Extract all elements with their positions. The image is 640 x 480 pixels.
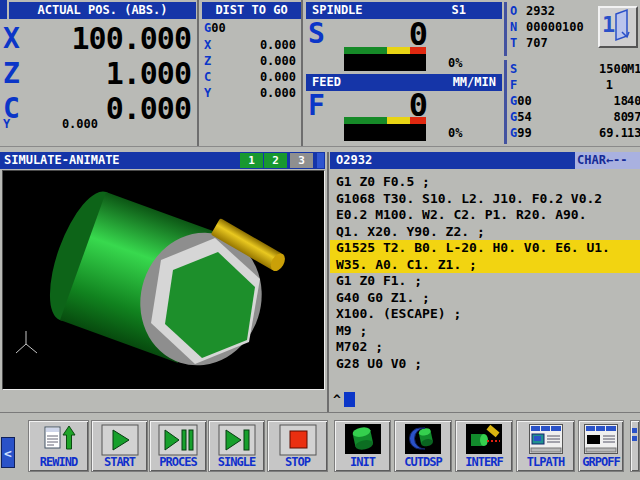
modal-value-2: 13.	[627, 125, 640, 141]
button-label: START	[92, 455, 147, 469]
axis-label: Z	[204, 53, 211, 69]
program-line: M9 ;	[330, 323, 640, 340]
tlpath-button[interactable]: TLPATH	[516, 420, 575, 472]
axis-value: 1.000	[106, 56, 191, 91]
axis-label: Y	[3, 117, 10, 131]
svg-text:1: 1	[602, 12, 615, 37]
address-value: 707	[526, 35, 548, 51]
address-value: 2932	[526, 3, 555, 19]
modal-value: 18	[540, 93, 628, 109]
sim-window-title: SIMULATE-ANIMATE	[0, 153, 120, 167]
back-chevron: <	[4, 446, 12, 461]
program-window-titlebar: O2932	[330, 152, 575, 169]
modal-s-row: S 1500 M1	[510, 61, 640, 77]
interf-button[interactable]: INTERF	[455, 420, 513, 472]
feed-percent: 0%	[448, 126, 462, 140]
program-line: M702 ;	[330, 339, 640, 356]
program-line: G1 Z0 F0.5 ;	[330, 174, 640, 191]
dist-to-go-header: DIST TO GO	[202, 2, 301, 19]
divider	[197, 0, 199, 146]
gcode-number: 99	[517, 126, 531, 140]
modal-f-row: F 1	[510, 77, 640, 93]
tool-path-layout-icon	[529, 424, 563, 454]
program-line: E0.2 M100. W2. C2. P1. R20. A90.	[330, 207, 640, 224]
softkey-back-button[interactable]: <	[1, 437, 15, 468]
modal-value: 1500	[540, 61, 628, 77]
feed-title: FEED	[306, 75, 341, 89]
program-line: G1068 T30. S10. L2. J10. F0.2 V0.2	[330, 191, 640, 208]
edit-cursor[interactable]	[344, 392, 355, 407]
program-line: G28 U0 V0 ;	[330, 356, 640, 373]
rewind-icon	[40, 424, 78, 454]
button-label: TLPATH	[517, 455, 574, 469]
gcode-number: 00	[211, 21, 225, 35]
dist-row: Z 0.000	[204, 53, 298, 69]
modal-g-row: G54 80 97	[510, 109, 640, 125]
button-label: CUTDSP	[395, 455, 451, 469]
feed-load-scale	[344, 117, 426, 124]
modal-aux: M1	[627, 61, 640, 77]
position-row-x: X 100.000	[0, 21, 196, 56]
sim-view-tab-2[interactable]: 2	[264, 153, 287, 168]
screen-select-button[interactable]: 1	[598, 6, 638, 48]
axis-label: C	[204, 69, 211, 85]
dist-row: X 0.000	[204, 37, 298, 53]
program-line-highlighted: W35. A0. C1. Z1. ;	[330, 257, 640, 274]
program-listing[interactable]: G1 Z0 F0.5 ; G1068 T30. S10. L2. J10. F0…	[330, 174, 640, 372]
edit-prompt: ^	[333, 392, 341, 407]
position-row-z: Z 1.000	[0, 56, 196, 91]
axis-label: Y	[204, 85, 211, 101]
grpoff-button[interactable]: GRPOFF	[578, 420, 624, 472]
address-letter: S	[510, 62, 517, 76]
screen-one-icon: 1	[600, 8, 632, 42]
spindle-load-bar	[344, 54, 426, 71]
axis-value: 0.000	[260, 85, 296, 101]
single-button[interactable]: SINGLE	[208, 420, 265, 472]
modal-g-row: G00 18 40	[510, 93, 640, 109]
divider	[0, 146, 640, 147]
position-row-y: Y 0.000	[3, 117, 193, 132]
spindle-letter: S	[308, 17, 325, 50]
button-label: GRPOFF	[579, 455, 623, 469]
divider	[301, 0, 303, 146]
button-label: INIT	[335, 455, 390, 469]
simulation-viewport[interactable]	[2, 170, 325, 390]
program-window-title: O2932	[330, 153, 372, 167]
dist-gcode: G00	[204, 21, 226, 35]
rewind-button[interactable]: REWIND	[28, 420, 89, 472]
button-label: PROCES	[150, 455, 206, 469]
program-line: G40 G0 Z1. ;	[330, 290, 640, 307]
partial-next-button[interactable]	[630, 420, 640, 472]
axis-value: 100.000	[72, 21, 191, 56]
cutdsp-button[interactable]: CUTDSP	[394, 420, 452, 472]
init-button[interactable]: INIT	[334, 420, 391, 472]
program-line: G1 Z0 F1. ;	[330, 273, 640, 290]
tab-label: 1	[248, 154, 255, 167]
address-letter: N	[510, 20, 517, 34]
actual-pos-header: ACTUAL POS. (ABS.)	[9, 2, 196, 19]
address-letter: T	[510, 36, 517, 50]
axis-value: 0.000	[260, 69, 296, 85]
spindle-percent: 0%	[448, 56, 462, 70]
button-label: REWIND	[29, 455, 88, 469]
cnc-control-screen: ACTUAL POS. (ABS.) X 100.000 Z 1.000 C 0…	[0, 0, 640, 480]
tab-label: 3	[298, 154, 305, 167]
modal-value-2: 40	[627, 93, 640, 109]
divider	[504, 60, 507, 144]
play-pause-icon	[158, 424, 198, 456]
start-icon	[101, 424, 139, 456]
process-button[interactable]: PROCES	[149, 420, 207, 472]
button-label: SINGLE	[209, 455, 264, 469]
dist-to-go-title: DIST TO GO	[215, 3, 287, 17]
start-button[interactable]: START	[91, 420, 148, 472]
init-workpiece-icon	[345, 424, 381, 454]
gcode-number: 00	[517, 94, 531, 108]
stop-button[interactable]: STOP	[267, 420, 328, 472]
graphic-off-layout-icon	[584, 424, 618, 454]
sim-view-tab-3[interactable]: 3	[290, 153, 313, 168]
sim-view-tab-1[interactable]: 1	[240, 153, 263, 168]
divider	[0, 412, 640, 413]
char-input-mode-badge: CHAR←--	[575, 152, 640, 169]
stop-icon	[279, 424, 317, 456]
axis-label: X	[204, 37, 211, 53]
